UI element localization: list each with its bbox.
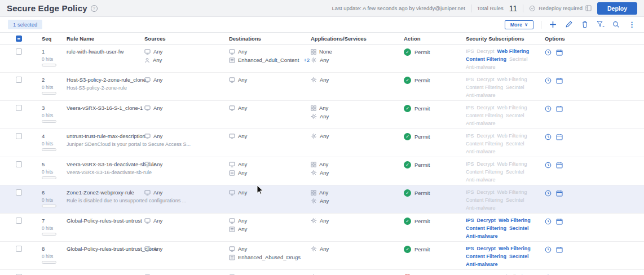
deploy-button[interactable]: Deploy xyxy=(597,2,637,15)
device-icon xyxy=(144,218,151,224)
rule-destinations: AnyEnhanced_Adult_Content+2 xyxy=(224,48,306,65)
row-checkbox[interactable] xyxy=(16,77,22,83)
subscription-content-filtering[interactable]: Content Filtering xyxy=(466,225,506,231)
calendar-icon[interactable] xyxy=(556,134,563,140)
device-icon xyxy=(229,134,235,139)
schedule-icon[interactable] xyxy=(545,246,552,253)
schedule-icon[interactable] xyxy=(545,218,552,225)
subscription-decrypt[interactable]: Decrypt xyxy=(477,246,496,251)
subscription-anti-malware: Anti-malware xyxy=(466,64,496,70)
search-button[interactable] xyxy=(612,20,620,29)
hits-bar xyxy=(42,261,56,264)
user-icon xyxy=(144,57,150,63)
address-entry: Any xyxy=(229,161,302,167)
schedule-icon[interactable] xyxy=(545,134,552,140)
delete-rule-button[interactable] xyxy=(580,20,589,29)
address-entry: Any xyxy=(144,218,220,224)
device-icon xyxy=(229,49,235,55)
add-rule-button[interactable] xyxy=(549,20,557,29)
rule-name[interactable]: Global-Policy-rules-trust-untrust xyxy=(67,218,135,224)
calendar-icon[interactable] xyxy=(556,105,563,112)
table-row[interactable]: 60 hitsZone1-Zone2-webproxy-ruleRule is … xyxy=(0,185,644,214)
rule-name[interactable]: Host-S3-policy-2-zone-rule_clone xyxy=(67,77,135,83)
app-icon xyxy=(311,105,316,111)
schedule-icon[interactable] xyxy=(545,105,552,112)
open-panel-icon[interactable] xyxy=(585,5,592,11)
edit-rule-button[interactable] xyxy=(564,20,573,29)
schedule-icon[interactable] xyxy=(545,49,552,56)
subscription-web-filtering[interactable]: Web Filtering xyxy=(497,48,530,54)
entry-label: Any xyxy=(320,246,329,252)
subscription-anti-malware[interactable]: Anti-malware xyxy=(466,233,498,239)
rule-options xyxy=(540,48,644,56)
row-checkbox[interactable] xyxy=(16,105,22,111)
device-icon xyxy=(229,190,235,196)
select-all-checkbox[interactable] xyxy=(16,36,22,42)
subscription-anti-malware[interactable]: Anti-malware xyxy=(466,261,498,267)
calendar-icon[interactable] xyxy=(556,77,563,84)
table-row[interactable]: 30 hitsVeera-vSRX-S3-16-S-1_clone-1AnyAn… xyxy=(0,101,644,129)
subscription-secintel[interactable]: SecIntel xyxy=(509,254,529,259)
rule-name[interactable]: untrust-trust-rule-max-description xyxy=(67,133,135,139)
subscription-secintel[interactable]: SecIntel xyxy=(509,225,529,231)
row-checkbox[interactable] xyxy=(16,133,22,139)
calendar-icon[interactable] xyxy=(556,246,563,253)
subscription-ips[interactable]: IPS xyxy=(466,218,474,223)
rule-name[interactable]: rule-with-fwauth-user-fw xyxy=(67,48,135,55)
device-icon xyxy=(144,105,151,111)
help-icon[interactable]: ? xyxy=(91,5,98,12)
subscription-ips[interactable]: IPS xyxy=(466,246,474,251)
row-checkbox[interactable] xyxy=(16,48,22,55)
rule-name[interactable]: Veera-vSRX-S3-16-deactivate-sb-rule xyxy=(67,161,135,167)
rule-sources: Any xyxy=(140,189,224,198)
table-row[interactable]: 40 hitsuntrust-trust-rule-max-descriptio… xyxy=(0,129,644,157)
rule-name[interactable]: Zone1-Zone2-webproxy-rule xyxy=(67,189,135,196)
subscription-content-filtering[interactable]: Content Filtering xyxy=(466,56,506,62)
more-actions-button[interactable]: ⋮ xyxy=(628,20,636,29)
address-entry: Any xyxy=(311,170,395,176)
rule-options xyxy=(540,105,644,112)
table-row[interactable]: 20 hitsHost-S3-policy-2-zone-rule_cloneH… xyxy=(0,73,644,101)
table-row[interactable]: 50 hitsVeera-vSRX-S3-16-deactivate-sb-ru… xyxy=(0,157,644,185)
hits-bar xyxy=(42,176,56,179)
subscription-secintel: SecIntel xyxy=(506,169,524,175)
rule-name[interactable]: Veera-vSRX-S3-16-S-1_clone-1 xyxy=(67,105,135,111)
redeploy-status: Redeploy required xyxy=(529,5,592,12)
table-row[interactable]: 90 hitsGlobal-Policy-rules-multisrc-dst-… xyxy=(0,270,644,275)
address-entry: Enhanced_Abused_Drugs xyxy=(229,254,302,260)
rule-hits: 0 hits xyxy=(42,197,58,203)
schedule-icon[interactable] xyxy=(545,77,552,84)
calendar-icon[interactable] xyxy=(556,162,563,168)
hits-bar xyxy=(42,120,56,123)
entry-label: Any xyxy=(153,189,162,196)
permit-icon: ✓ xyxy=(404,133,411,140)
address-entry: Any xyxy=(311,189,395,196)
col-options: Options xyxy=(540,36,644,42)
subscription-content-filtering: Content Filtering xyxy=(466,113,503,118)
row-checkbox[interactable] xyxy=(16,246,22,252)
rule-applications: AnyAny xyxy=(306,161,399,178)
row-checkbox[interactable] xyxy=(16,161,22,167)
subscription-secintel: SecIntel xyxy=(506,141,524,147)
subscription-decrypt[interactable]: Decrypt xyxy=(477,218,496,223)
calendar-icon[interactable] xyxy=(556,49,563,56)
row-checkbox[interactable] xyxy=(16,218,22,224)
rule-name[interactable]: Global-Policy-rules-trust-untrust_clone xyxy=(67,246,135,252)
table-row[interactable]: 70 hitsGlobal-Policy-rules-trust-untrust… xyxy=(0,214,644,242)
more-button[interactable]: More∨ xyxy=(505,20,533,29)
row-checkbox[interactable] xyxy=(16,189,22,196)
calendar-icon[interactable] xyxy=(556,190,563,197)
table-row[interactable]: 80 hitsGlobal-Policy-rules-trust-untrust… xyxy=(0,242,644,270)
subscription-web-filtering[interactable]: Web Filtering xyxy=(499,246,531,251)
table-row[interactable]: 10 hitsrule-with-fwauth-user-fwAnyAnyAny… xyxy=(0,45,644,73)
device-icon xyxy=(144,246,151,252)
subscription-content-filtering[interactable]: Content Filtering xyxy=(466,254,506,259)
calendar-icon[interactable] xyxy=(556,218,563,225)
rule-subscriptions: IPSDecryptWeb FilteringContent Filtering… xyxy=(461,48,540,70)
filter-button[interactable] xyxy=(596,20,605,29)
schedule-icon[interactable] xyxy=(545,162,552,168)
entry-label: Any xyxy=(153,161,162,167)
subscription-web-filtering[interactable]: Web Filtering xyxy=(499,218,531,223)
schedule-icon[interactable] xyxy=(545,190,552,197)
entry-label: Any xyxy=(320,170,329,176)
